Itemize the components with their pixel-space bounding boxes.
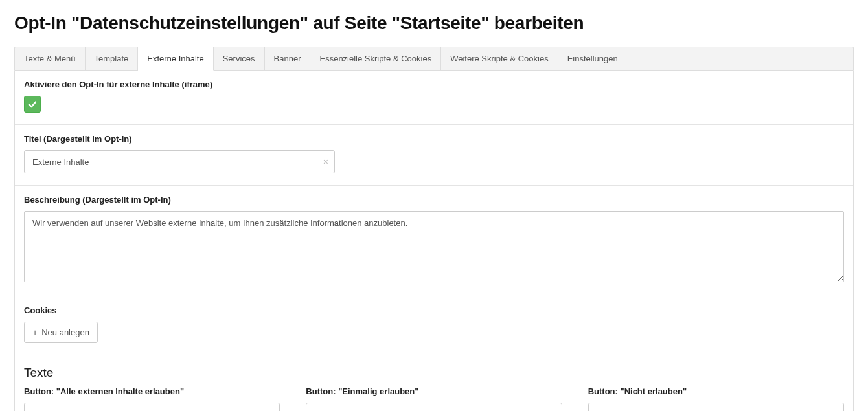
activate-label: Aktiviere den Opt-In für externe Inhalte… (24, 80, 844, 89)
col-deny: Button: "Nicht erlauben" × (588, 386, 844, 411)
clear-icon[interactable]: × (323, 157, 328, 166)
tab-externe-inhalte[interactable]: Externe Inhalte (138, 47, 213, 71)
field-activate: Aktiviere den Opt-In für externe Inhalte… (15, 71, 853, 125)
deny-input[interactable] (588, 403, 844, 411)
titel-input-wrap: × (24, 150, 335, 173)
allow-once-label: Button: "Einmalig erlauben" (306, 386, 562, 396)
tab-services[interactable]: Services (214, 47, 265, 70)
tab-einstellungen[interactable]: Einstellungen (558, 47, 627, 70)
col-allow-once: Button: "Einmalig erlauben" × (306, 386, 562, 411)
field-cookies: Cookies + Neu anlegen (15, 296, 853, 355)
texte-columns: Button: "Alle externen Inhalte erlauben"… (24, 386, 844, 411)
activate-checkbox[interactable] (24, 96, 41, 113)
col-allow-all: Button: "Alle externen Inhalte erlauben"… (24, 386, 280, 411)
deny-input-wrap: × (588, 403, 844, 411)
tab-template[interactable]: Template (86, 47, 139, 70)
allow-all-label: Button: "Alle externen Inhalte erlauben" (24, 386, 280, 396)
deny-label: Button: "Nicht erlauben" (588, 386, 844, 396)
new-cookie-button[interactable]: + Neu anlegen (24, 322, 98, 343)
field-titel: Titel (Dargestellt im Opt-In) × (15, 125, 853, 186)
texte-section-title: Texte (24, 366, 844, 380)
plus-icon: + (32, 328, 38, 337)
beschreibung-label: Beschreibung (Dargestellt im Opt-In) (24, 195, 844, 205)
allow-once-input-wrap: × (306, 403, 562, 411)
titel-input[interactable] (24, 150, 335, 173)
new-cookie-button-label: Neu anlegen (41, 328, 89, 337)
check-icon (27, 99, 38, 109)
section-texte: Texte Button: "Alle externen Inhalte erl… (15, 355, 853, 411)
field-beschreibung: Beschreibung (Dargestellt im Opt-In) (15, 186, 853, 296)
tab-bar: Texte & Menü Template Externe Inhalte Se… (14, 47, 854, 71)
allow-all-input[interactable] (24, 403, 280, 411)
allow-once-input[interactable] (306, 403, 562, 411)
beschreibung-textarea[interactable] (24, 211, 844, 282)
form-panel: Aktiviere den Opt-In für externe Inhalte… (14, 71, 854, 411)
page-title: Opt-In "Datenschutzeinstellungen" auf Se… (14, 13, 854, 34)
allow-all-input-wrap: × (24, 403, 280, 411)
tab-essenzielle[interactable]: Essenzielle Skripte & Cookies (310, 47, 441, 70)
cookies-label: Cookies (24, 305, 844, 315)
tab-weitere[interactable]: Weitere Skripte & Cookies (441, 47, 558, 70)
tab-banner[interactable]: Banner (265, 47, 311, 70)
titel-label: Titel (Dargestellt im Opt-In) (24, 134, 844, 144)
tab-texte-menu[interactable]: Texte & Menü (15, 47, 86, 70)
